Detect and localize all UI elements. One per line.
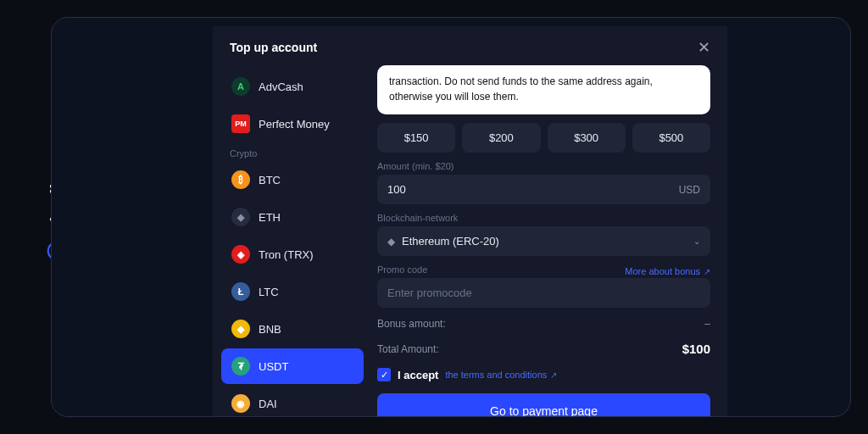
- accept-prefix: I accept: [398, 369, 438, 381]
- amount-label: Amount (min. $20): [377, 161, 710, 171]
- btc-icon: ₿: [231, 170, 250, 189]
- bnb-icon: ◆: [231, 320, 250, 338]
- sidebar-item-label: LTC: [259, 286, 279, 298]
- sidebar-item-btc[interactable]: ₿ BTC: [221, 162, 364, 198]
- outer-frame: Top up account ✕ A AdvCash PM Perfect Mo…: [51, 17, 851, 417]
- total-row: Total Amount: $100: [377, 340, 710, 358]
- topup-modal: Top up account ✕ A AdvCash PM Perfect Mo…: [213, 26, 727, 416]
- topup-form: transaction. Do not send funds to the sa…: [364, 65, 727, 416]
- ltc-icon: Ł: [231, 282, 250, 301]
- eth-icon: ◆: [231, 208, 250, 226]
- info-notice: transaction. Do not send funds to the sa…: [377, 65, 710, 114]
- sidebar-item-label: ETH: [259, 211, 281, 224]
- bonus-label: Bonus amount:: [377, 318, 446, 330]
- external-link-icon: ↗: [550, 370, 557, 380]
- modal-body: A AdvCash PM Perfect Money Crypto ₿ BTC …: [213, 65, 727, 416]
- sidebar-item-label: BNB: [259, 323, 281, 336]
- sidebar-item-advcash[interactable]: A AdvCash: [221, 69, 364, 104]
- total-label: Total Amount:: [377, 343, 439, 355]
- promo-placeholder: Enter promocode: [387, 287, 472, 299]
- sidebar-item-eth[interactable]: ◆ ETH: [221, 199, 364, 235]
- network-select[interactable]: ◆ Ethereum (ERC-20) ⌄: [377, 226, 710, 256]
- amount-preset-200[interactable]: $200: [462, 123, 540, 153]
- modal-header: Top up account ✕: [213, 26, 727, 65]
- promo-label: Promo code: [377, 264, 427, 275]
- amount-preset-150[interactable]: $150: [377, 123, 455, 153]
- amount-value: 100: [387, 183, 406, 196]
- bonus-value: –: [704, 318, 710, 330]
- advcash-icon: A: [231, 77, 250, 96]
- go-to-payment-button[interactable]: Go to payment page: [377, 393, 710, 416]
- sidebar-item-ltc[interactable]: Ł LTC: [221, 274, 364, 309]
- chevron-down-icon: ⌄: [693, 236, 700, 246]
- usdt-icon: ₮: [231, 357, 250, 376]
- dai-icon: ◉: [231, 394, 250, 413]
- sidebar-item-label: USDT: [259, 360, 288, 373]
- terms-link[interactable]: the terms and conditions ↗: [445, 370, 557, 380]
- payment-method-sidebar: A AdvCash PM Perfect Money Crypto ₿ BTC …: [213, 65, 364, 416]
- sidebar-item-label: Tron (TRX): [259, 248, 314, 261]
- amount-presets: $150 $200 $300 $500: [377, 123, 710, 153]
- modal-title: Top up account: [230, 41, 317, 54]
- sidebar-item-trx[interactable]: ◈ Tron (TRX): [221, 236, 364, 272]
- sidebar-item-label: Perfect Money: [259, 118, 330, 131]
- sidebar-item-label: AdvCash: [259, 81, 303, 93]
- perfectmoney-icon: PM: [231, 114, 250, 133]
- accept-row: ✓ I accept the terms and conditions ↗: [377, 366, 710, 381]
- external-link-icon: ↗: [704, 267, 710, 276]
- amount-preset-500[interactable]: $500: [632, 123, 710, 153]
- close-button[interactable]: ✕: [698, 38, 710, 57]
- amount-preset-300[interactable]: $300: [548, 123, 626, 153]
- promo-more-link[interactable]: More about bonus ↗: [625, 266, 710, 276]
- sidebar-item-label: DAI: [259, 398, 277, 410]
- network-label: Blockchain-network: [377, 213, 710, 223]
- network-value: Ethereum (ERC-20): [402, 235, 499, 248]
- amount-currency: USD: [679, 184, 700, 196]
- accept-checkbox[interactable]: ✓: [377, 368, 391, 381]
- bonus-row: Bonus amount: –: [377, 316, 710, 331]
- promo-input[interactable]: Enter promocode: [377, 278, 710, 308]
- sidebar-item-label: BTC: [259, 174, 281, 186]
- sidebar-item-usdt[interactable]: ₮ USDT: [221, 348, 364, 384]
- sidebar-category-crypto: Crypto: [221, 143, 364, 162]
- tron-icon: ◈: [231, 245, 250, 264]
- amount-input[interactable]: 100 USD: [377, 175, 710, 204]
- sidebar-item-bnb[interactable]: ◆ BNB: [221, 311, 364, 347]
- total-value: $100: [682, 342, 710, 356]
- ethereum-icon: ◆: [387, 236, 395, 248]
- sidebar-item-dai[interactable]: ◉ DAI: [221, 386, 364, 416]
- sidebar-item-perfectmoney[interactable]: PM Perfect Money: [221, 106, 364, 142]
